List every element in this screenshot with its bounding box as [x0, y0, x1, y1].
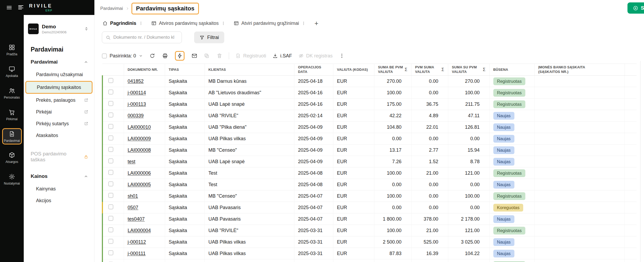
table-row[interactable]: LAI000006SąskaitaTest2025-04-08EUR100.00… — [102, 167, 637, 179]
row-checkbox[interactable] — [108, 89, 113, 95]
sidebar-item-kainynas[interactable]: Kainynas — [24, 183, 94, 195]
isaf-button[interactable]: i.SAF — [273, 53, 292, 59]
table-row[interactable]: LAI000005SąskaitaTest2025-04-08EUR0.000.… — [102, 179, 637, 190]
document-link[interactable]: tes0407 — [128, 216, 145, 222]
document-link[interactable]: 041852 — [128, 79, 144, 84]
document-link[interactable]: LAI000005 — [128, 182, 151, 187]
refresh-button[interactable] — [149, 53, 155, 59]
tab-atviros-pardavim-s-skaitos[interactable]: Atviros pardavimų sąskaitos — [149, 19, 228, 28]
row-checkbox[interactable] — [108, 135, 113, 140]
table-row[interactable]: LAI000010SąskaitaUAB "Pilka diena"2025-0… — [102, 122, 637, 133]
table-row[interactable]: LAI000008SąskaitaMB "Censeo"2025-04-09EU… — [102, 144, 637, 156]
row-checkbox[interactable] — [108, 78, 113, 83]
row-checkbox[interactable] — [108, 112, 113, 118]
document-link[interactable]: j-000114 — [128, 90, 146, 95]
row-checkbox[interactable] — [108, 250, 113, 255]
document-link[interactable]: 000339 — [128, 113, 144, 118]
row-checkbox[interactable] — [108, 124, 113, 129]
sidebar-item-prek-s-paslaugos[interactable]: Prekės, paslaugos — [24, 94, 94, 106]
print-button[interactable] — [162, 53, 168, 59]
document-link[interactable]: test — [128, 159, 135, 164]
quick-actions-button[interactable] — [175, 51, 185, 61]
table-row[interactable]: j-000111SąskaitaUAB Pilkas vilkas2025-03… — [102, 248, 637, 259]
sum-icon[interactable]: Σ — [483, 67, 485, 72]
row-checkbox[interactable] — [108, 227, 113, 232]
create-button[interactable]: Su — [627, 2, 644, 14]
search-input[interactable] — [113, 35, 178, 40]
document-link[interactable]: sh01 — [128, 193, 138, 199]
section-pardavimai[interactable]: Pardavimai — [24, 55, 94, 69]
document-link[interactable]: j-000111 — [128, 251, 146, 256]
table-row[interactable]: 0507SąskaitaUAB Pavasaris2025-04-07EUR0.… — [102, 202, 637, 213]
column-header-bank[interactable]: ĮMONĖS BANKO SĄSKAITA(SĄSKAITOS NR.) — [534, 64, 625, 76]
rail-item-apskaita[interactable]: Apskaita — [2, 63, 22, 80]
add-tab-button[interactable]: + — [312, 19, 321, 27]
column-header-tipas[interactable]: TIPAS — [165, 64, 205, 76]
row-checkbox[interactable] — [108, 204, 113, 209]
column-header-valiuta[interactable]: VALIUTA (KODAS) — [333, 64, 374, 76]
sidebar-item-pirk-jai[interactable]: Pirkėjai — [24, 106, 94, 118]
row-checkbox[interactable] — [108, 181, 113, 186]
tab-atviri-pardavim-gr-inimai[interactable]: Atviri pardavimų grąžinimai — [231, 19, 308, 28]
row-checkbox[interactable] — [108, 147, 113, 152]
document-link[interactable]: 0507 — [128, 205, 138, 210]
sum-icon[interactable]: Σ — [405, 67, 407, 72]
sidebar-item-akcijos[interactable]: Akcijos — [24, 195, 94, 206]
row-checkbox[interactable] — [108, 158, 113, 163]
section-kainos[interactable]: Kainos — [24, 170, 94, 183]
select-all-checkbox[interactable] — [102, 53, 107, 58]
table-row[interactable]: j-000113SąskaitaUAB Lapė snapė2025-04-16… — [102, 99, 637, 110]
table-row[interactable]: 000339SąskaitaUAB "RIVILĖ"2025-02-14EUR4… — [102, 110, 637, 122]
hamburger-menu-icon[interactable] — [6, 4, 13, 11]
sidebar-item-pardavim-u-sakymai[interactable]: Pardavimų užsakymai — [24, 69, 94, 80]
rail-item-atsargos[interactable]: Atsargos — [2, 149, 22, 166]
column-header-doc[interactable]: DOKUMENTO NR. — [124, 64, 165, 76]
table-row[interactable]: LAI000004SąskaitaUAB "RIVILĖ"2025-03-31E… — [102, 225, 637, 236]
table-row[interactable]: LAI000009SąskaitaUAB Pilkas vilkas2025-0… — [102, 133, 637, 144]
column-header-klientas[interactable]: KLIENTAS — [205, 64, 294, 76]
table-row[interactable]: tes0407SąskaitaUAB Pavasaris2025-04-07EU… — [102, 213, 637, 225]
document-link[interactable]: LAI000009 — [128, 136, 151, 141]
row-checkbox[interactable] — [108, 239, 113, 244]
register-button[interactable]: Registruoti — [235, 53, 266, 59]
table-row[interactable]: testSąskaitaUAB Lapė snapė2025-04-09EUR7… — [102, 156, 637, 167]
more-options-button[interactable] — [339, 53, 345, 59]
email-button[interactable] — [191, 53, 197, 59]
breadcrumb-parent[interactable]: Pardavimai — [100, 6, 123, 11]
rail-item-prad-ia[interactable]: Pradžia — [2, 42, 22, 58]
rail-item-pirkimai[interactable]: Pirkimai — [2, 107, 22, 123]
column-header-suma_su[interactable]: SUMA SU PVMVALIUTAΣ — [448, 64, 489, 76]
delete-button[interactable] — [217, 53, 222, 59]
document-link[interactable]: LAI000006 — [128, 170, 151, 176]
tab-pagrindinis[interactable]: Pagrindinis — [100, 19, 145, 28]
rail-item-pardavimai[interactable]: Pardavimai — [2, 128, 22, 144]
row-checkbox[interactable] — [108, 216, 113, 221]
row-checkbox[interactable] — [108, 170, 113, 175]
sidebar-item-pardavim-s-skaitos[interactable]: Pardavimų sąskaitos — [25, 81, 93, 94]
rail-item-personalas[interactable]: Personalas — [2, 85, 22, 101]
rail-item-nustatymai[interactable]: Nustatymai — [2, 171, 22, 187]
column-header-data[interactable]: OPERACIJOSDATA — [294, 64, 333, 76]
document-link[interactable]: j-000113 — [128, 101, 146, 107]
table-row[interactable]: sh01SąskaitaMB "Censeo"2025-04-07EUR100.… — [102, 190, 637, 202]
sidebar-item-pirk-j-sutartys[interactable]: Pirkėjų sutartys — [24, 118, 94, 130]
document-link[interactable]: LAI000010 — [128, 124, 151, 130]
sidebar-item-pos-pardavimo-ta-kas[interactable]: POS pardavimo taškas — [24, 148, 94, 165]
filter-button[interactable]: Filtrai — [194, 32, 224, 43]
duplicate-button[interactable] — [204, 53, 210, 59]
document-link[interactable]: LAI000008 — [128, 147, 151, 153]
column-header-busena[interactable]: BŪSENA — [489, 64, 534, 76]
row-checkbox[interactable] — [108, 193, 113, 198]
document-link[interactable]: j-000112 — [128, 239, 146, 245]
table-row[interactable]: 041852SąskaitaMB Darnus kūnas2025-04-18E… — [102, 76, 637, 87]
selection-dropdown[interactable]: Pasirinkta: 0 — [102, 53, 143, 59]
row-checkbox[interactable] — [108, 101, 113, 106]
column-header-suma_be[interactable]: SUMA BE PVMVALIUTAΣ — [374, 64, 411, 76]
table-row[interactable]: j-000112SąskaitaUAB Pilkas vilkas2025-03… — [102, 236, 637, 248]
document-link[interactable]: LAI000004 — [128, 228, 151, 233]
column-header-pvm[interactable]: PVM SUMAVALIUTAΣ — [411, 64, 448, 76]
sidebar-item-ataskaitos[interactable]: Ataskaitos — [24, 130, 94, 141]
account-switcher[interactable]: RIVILE Demo Demo20240906 — [24, 15, 94, 39]
table-row[interactable]: j-000114SąskaitaAB "Lietuvos draudimas"2… — [102, 87, 637, 99]
sum-icon[interactable]: Σ — [441, 67, 444, 72]
